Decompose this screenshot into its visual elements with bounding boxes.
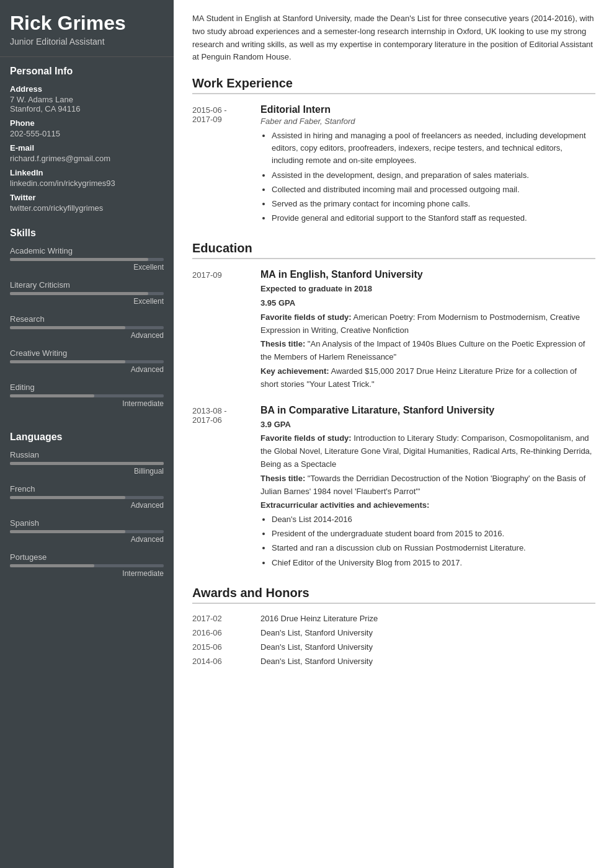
edu-bullet: Dean's List 2014-2016	[272, 513, 595, 526]
sidebar: Rick Grimes Junior Editorial Assistant P…	[0, 0, 174, 868]
skill-level: Intermediate	[10, 399, 164, 408]
info-value: richard.f.grimes@gmail.com	[10, 154, 164, 163]
language-bar-fill	[10, 564, 94, 567]
award-entry: 2014-06Dean's List, Stanford University	[192, 657, 595, 666]
info-value: twitter.com/rickyfillygrimes	[10, 203, 164, 213]
edu-bullet: President of the undergraduate student b…	[272, 528, 595, 540]
skill-name: Editing	[10, 383, 164, 392]
skill-bar-fill	[10, 326, 125, 329]
info-value: linkedin.com/in/rickygrimes93	[10, 179, 164, 188]
work-experience-section: Work Experience 2015-06 - 2017-09Editori…	[192, 76, 595, 226]
skill-bar-container	[10, 394, 164, 397]
award-name: Dean's List, Stanford University	[260, 642, 595, 652]
skills-title: Skills	[10, 228, 164, 239]
language-bar-container	[10, 530, 164, 533]
edu-detail: Thesis title: "An Analysis of the Impact…	[260, 338, 595, 364]
info-label: LinkedIn	[10, 168, 164, 177]
skill-item: Academic WritingExcellent	[10, 246, 164, 272]
edu-detail: Favorite fields of study: American Poetr…	[260, 311, 595, 337]
skill-item: EditingIntermediate	[10, 383, 164, 408]
work-entries: 2015-06 - 2017-09Editorial InternFaber a…	[192, 104, 595, 226]
language-level: Intermediate	[10, 569, 164, 578]
skills-list: Academic WritingExcellentLiterary Critic…	[10, 246, 164, 408]
awards-section: Awards and Honors 2017-022016 Drue Heinz…	[192, 586, 595, 666]
language-bar-fill	[10, 462, 164, 465]
language-item: PortugeseIntermediate	[10, 552, 164, 578]
education-section: Education 2017-09MA in English, Stanford…	[192, 241, 595, 571]
language-bar-fill	[10, 496, 125, 499]
edu-content: MA in English, Stanford UniversityExpect…	[260, 269, 595, 392]
personal-info-section: Personal Info Address7 W. Adams Lane Sta…	[0, 57, 174, 219]
skill-bar-container	[10, 292, 164, 295]
main-content: MA Student in English at Stanford Univer…	[174, 0, 614, 868]
work-bullet: Provide general and editorial support to…	[272, 212, 595, 224]
candidate-name: Rick Grimes	[10, 12, 164, 34]
skill-bar-fill	[10, 360, 125, 363]
language-bar-container	[10, 564, 164, 567]
work-bullet: Collected and distributed incoming mail …	[272, 184, 595, 196]
info-label: E-mail	[10, 143, 164, 153]
awards-title: Awards and Honors	[192, 586, 595, 604]
skill-name: Research	[10, 314, 164, 324]
company-name: Faber and Faber, Stanford	[260, 117, 595, 126]
sidebar-header: Rick Grimes Junior Editorial Assistant	[0, 0, 174, 57]
edu-detail: Extracurricular activities and achieveme…	[260, 499, 595, 512]
work-content: Editorial InternFaber and Faber, Stanfor…	[260, 104, 595, 226]
education-entries: 2017-09MA in English, Stanford Universit…	[192, 269, 595, 571]
edu-degree: MA in English, Stanford University	[260, 269, 595, 280]
personal-info-fields: Address7 W. Adams Lane Stanford, CA 9411…	[10, 84, 164, 213]
edu-bullets: Dean's List 2014-2016President of the un…	[260, 513, 595, 569]
edu-content: BA in Comparative Litarature, Stanford U…	[260, 405, 595, 571]
languages-section: Languages RussianBillingualFrenchAdvance…	[0, 423, 174, 593]
edu-detail: 3.9 GPA	[260, 418, 595, 432]
language-name: Spanish	[10, 518, 164, 528]
edu-date: 2013-08 - 2017-06	[192, 405, 260, 571]
edu-detail: Key achievement: Awarded $15,000 2017 Dr…	[260, 365, 595, 391]
language-name: Portugese	[10, 552, 164, 562]
info-value: 202-555-0115	[10, 129, 164, 138]
work-entry: 2015-06 - 2017-09Editorial InternFaber a…	[192, 104, 595, 226]
personal-info-title: Personal Info	[10, 66, 164, 77]
skill-level: Advanced	[10, 365, 164, 374]
award-name: Dean's List, Stanford University	[260, 628, 595, 637]
language-name: Russian	[10, 450, 164, 459]
summary-text: MA Student in English at Stanford Univer…	[192, 12, 595, 64]
skill-level: Excellent	[10, 263, 164, 272]
language-bar-container	[10, 496, 164, 499]
language-bar-fill	[10, 530, 125, 533]
skill-name: Creative Writing	[10, 348, 164, 358]
award-date: 2014-06	[192, 657, 260, 666]
award-date: 2015-06	[192, 642, 260, 652]
skill-name: Academic Writing	[10, 246, 164, 255]
award-name: 2016 Drue Heinz Literature Prize	[260, 614, 595, 623]
skill-bar-container	[10, 360, 164, 363]
resume-container: Rick Grimes Junior Editorial Assistant P…	[0, 0, 614, 868]
edu-detail: Thesis title: "Towards the Derridian Dec…	[260, 472, 595, 498]
work-bullet: Assisted in hiring and managing a pool o…	[272, 130, 595, 167]
award-date: 2016-06	[192, 628, 260, 637]
work-date: 2015-06 - 2017-09	[192, 104, 260, 226]
language-name: French	[10, 484, 164, 494]
education-title: Education	[192, 241, 595, 259]
award-entry: 2017-022016 Drue Heinz Literature Prize	[192, 614, 595, 623]
edu-degree: BA in Comparative Litarature, Stanford U…	[260, 405, 595, 416]
work-experience-title: Work Experience	[192, 76, 595, 94]
languages-list: RussianBillingualFrenchAdvancedSpanishAd…	[10, 450, 164, 578]
skill-level: Excellent	[10, 297, 164, 306]
work-bullet: Served as the primary contact for incomi…	[272, 198, 595, 210]
education-entry: 2013-08 - 2017-06BA in Comparative Litar…	[192, 405, 595, 571]
info-label: Twitter	[10, 193, 164, 202]
award-date: 2017-02	[192, 614, 260, 623]
language-item: FrenchAdvanced	[10, 484, 164, 510]
skill-bar-container	[10, 326, 164, 329]
skill-bar-fill	[10, 394, 94, 397]
language-item: RussianBillingual	[10, 450, 164, 476]
job-title: Editorial Intern	[260, 104, 595, 115]
edu-bullet: Chief Editor of the University Blog from…	[272, 557, 595, 569]
info-label: Phone	[10, 118, 164, 128]
skill-item: ResearchAdvanced	[10, 314, 164, 340]
info-label: Address	[10, 84, 164, 94]
language-level: Advanced	[10, 535, 164, 544]
edu-date: 2017-09	[192, 269, 260, 392]
skill-bar-container	[10, 258, 164, 261]
